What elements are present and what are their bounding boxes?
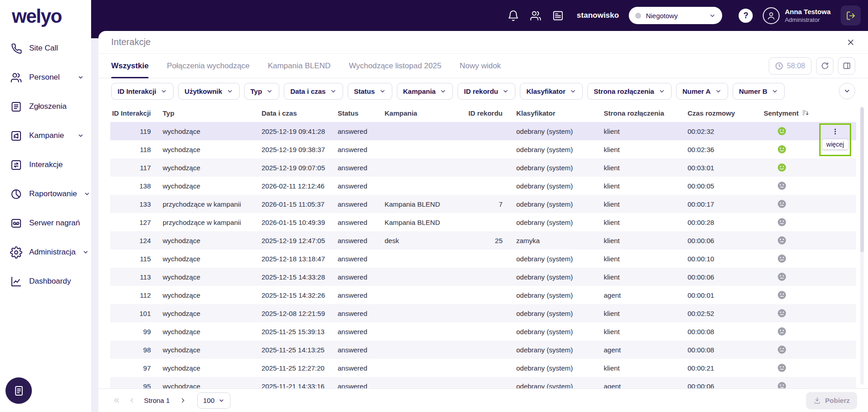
table-row[interactable]: 127 przychodzące w kampanii 2026-01-15 1… — [110, 213, 856, 231]
download-button[interactable]: Pobierz — [806, 392, 857, 409]
sidebar-item-site-call[interactable]: Site Call — [0, 34, 91, 63]
filter-dropdown[interactable]: Numer A — [676, 83, 728, 100]
column-label: Sentyment — [764, 109, 799, 117]
status-timer: 58:08 — [769, 57, 812, 75]
cell-actions: więcej — [809, 122, 856, 140]
sidebar-item-serwer-nagran[interactable]: Serwer nagrań — [0, 209, 91, 238]
sidebar-item-personel[interactable]: Personel — [0, 63, 91, 92]
user-menu[interactable]: Anna Testowa Administrator — [763, 7, 831, 24]
sentiment-icon — [777, 345, 786, 354]
cell-interaction-id: 101 — [110, 310, 154, 317]
table-scrollbar[interactable] — [860, 107, 864, 385]
column-header[interactable]: Strona rozłączenia — [595, 109, 678, 117]
user-role: Administrator — [785, 16, 831, 23]
page-size-dropdown[interactable]: 100 — [197, 392, 231, 409]
notes-fab-button[interactable] — [5, 377, 32, 404]
filter-dropdown[interactable]: Data i czas — [284, 83, 343, 100]
cell-classifier: odebrany (system) — [507, 382, 595, 389]
prev-page-button[interactable] — [125, 394, 139, 407]
panel-title-row: Interakcje — [98, 31, 868, 54]
news-board-icon[interactable] — [552, 10, 564, 22]
first-page-button[interactable] — [109, 394, 123, 407]
table-row[interactable]: 113 wychodzące 2025-12-15 14:33:28 answe… — [110, 268, 856, 286]
filter-dropdown[interactable]: ID rekordu — [457, 83, 515, 100]
view-tab[interactable]: Wszystkie — [111, 54, 149, 78]
filter-dropdown[interactable]: Numer B — [733, 83, 785, 100]
filter-label: ID Interakcji — [118, 87, 156, 95]
filter-dropdown[interactable]: Klasyfikator — [520, 83, 583, 100]
cell-classifier: odebrany (system) — [507, 219, 595, 226]
chevron-down-icon — [266, 88, 273, 95]
cell-status: answered — [329, 219, 375, 226]
column-header[interactable]: Klasyfikator — [507, 109, 595, 117]
filter-dropdown[interactable]: Status — [348, 83, 392, 100]
sidebar-item-dashboardy[interactable]: Dashboardy — [0, 267, 91, 296]
columns-layout-button[interactable] — [838, 57, 855, 75]
table-row[interactable]: 97 wychodzące 2025-11-25 12:27:20 answer… — [110, 359, 856, 377]
help-button[interactable]: ? — [739, 9, 753, 23]
sidebar-item-administracja[interactable]: Administracja — [0, 238, 91, 267]
cell-disconnect-side: agent — [595, 291, 678, 299]
filter-dropdown[interactable]: Użytkownik — [178, 83, 240, 100]
column-header[interactable]: Kampania — [375, 109, 449, 117]
table-row[interactable]: 98 wychodzące 2025-11-25 14:13:25 answer… — [110, 341, 856, 359]
agent-status-dropdown[interactable]: Niegotowy — [629, 7, 722, 24]
scrollbar-thumb[interactable] — [860, 107, 864, 252]
content-body: Interakcje Wszystkie Połączenia wychodzą… — [91, 31, 868, 412]
filter-dropdown[interactable]: ID Interakcji — [111, 83, 174, 100]
next-page-button[interactable] — [176, 394, 190, 407]
table-row[interactable]: 118 wychodzące 2025-12-19 09:38:37 answe… — [110, 140, 856, 158]
view-tab[interactable]: Połączenia wychodzące — [167, 54, 249, 78]
column-header[interactable]: Sentyment — [755, 109, 809, 117]
sidebar-nav: Site Call Personel Zgłoszenia Kampanie I… — [0, 34, 91, 296]
collapse-filters-button[interactable] — [839, 83, 855, 99]
table-row[interactable]: 99 wychodzące 2025-11-25 15:39:13 answer… — [110, 322, 856, 341]
cell-type: wychodzące — [154, 310, 252, 317]
view-tab[interactable]: Nowy widok — [460, 54, 501, 78]
table-row[interactable]: 95 wychodzące 2025-11-21 14:33:16 answer… — [110, 377, 856, 388]
filter-label: Strona rozłączenia — [594, 87, 654, 95]
sidebar-item-kampanie[interactable]: Kampanie — [0, 121, 91, 150]
table-row[interactable]: 124 wychodzące 2025-12-19 12:47:05 answe… — [110, 231, 856, 249]
sidebar-item-interakcje[interactable]: Interakcje — [0, 150, 91, 179]
table-row[interactable]: 112 wychodzące 2025-12-15 14:32:26 answe… — [110, 286, 856, 304]
column-header[interactable]: Czas rozmowy — [678, 109, 755, 117]
cell-classifier: odebrany (system) — [507, 273, 595, 281]
column-header[interactable]: Typ — [154, 109, 252, 117]
cell-type: wychodzące — [154, 291, 252, 299]
agents-icon[interactable] — [529, 10, 542, 22]
table-row[interactable]: 119 wychodzące 2025-12-19 09:41:28 answe… — [110, 122, 856, 140]
view-tab[interactable]: Wychodzące listopad 2025 — [349, 54, 442, 78]
table-row[interactable]: 133 przychodzące w kampanii 2026-01-15 1… — [110, 195, 856, 213]
sidebar-item-raportowanie[interactable]: Raportowanie — [0, 179, 91, 209]
logout-button[interactable] — [841, 5, 861, 25]
cell-classifier: odebrany (system) — [507, 346, 595, 354]
row-more-button[interactable] — [821, 125, 850, 138]
columns-icon — [842, 61, 851, 70]
table-row[interactable]: 138 wychodzące 2026-02-11 12:12:46 answe… — [110, 177, 856, 195]
column-header[interactable]: Status — [329, 109, 375, 117]
notifications-bell-icon[interactable] — [507, 10, 519, 22]
filter-dropdown[interactable]: Strona rozłączenia — [587, 83, 672, 100]
table-row[interactable]: 115 wychodzące 2025-12-18 13:18:47 answe… — [110, 249, 856, 268]
filter-dropdown[interactable]: Kampania — [397, 83, 453, 100]
cell-datetime: 2026-01-15 10:49:39 — [252, 219, 329, 226]
filter-dropdown[interactable]: Typ — [244, 83, 280, 100]
sentiment-icon — [777, 181, 786, 190]
column-header[interactable]: ID Interakcji — [110, 109, 154, 117]
page-size-value: 100 — [203, 397, 215, 404]
cell-type: wychodzące — [154, 364, 252, 372]
column-header[interactable]: Data i czas — [252, 109, 329, 117]
cell-classifier: zamyka — [507, 237, 595, 244]
sidebar-item-label: Interakcje — [29, 160, 63, 169]
logout-icon — [846, 10, 856, 21]
sort-icon[interactable] — [801, 109, 809, 117]
table-row[interactable]: 117 wychodzące 2025-12-19 09:07:05 answe… — [110, 158, 856, 177]
view-tab[interactable]: Kampania BLEND — [268, 54, 331, 78]
table-row[interactable]: 101 wychodzące 2025-12-08 12:21:59 answe… — [110, 304, 856, 322]
cell-type: wychodzące — [154, 346, 252, 354]
sidebar-item-zgloszenia[interactable]: Zgłoszenia — [0, 92, 91, 121]
refresh-button[interactable] — [816, 57, 833, 75]
close-panel-button[interactable] — [846, 38, 855, 47]
column-header[interactable]: ID rekordu — [449, 109, 507, 117]
